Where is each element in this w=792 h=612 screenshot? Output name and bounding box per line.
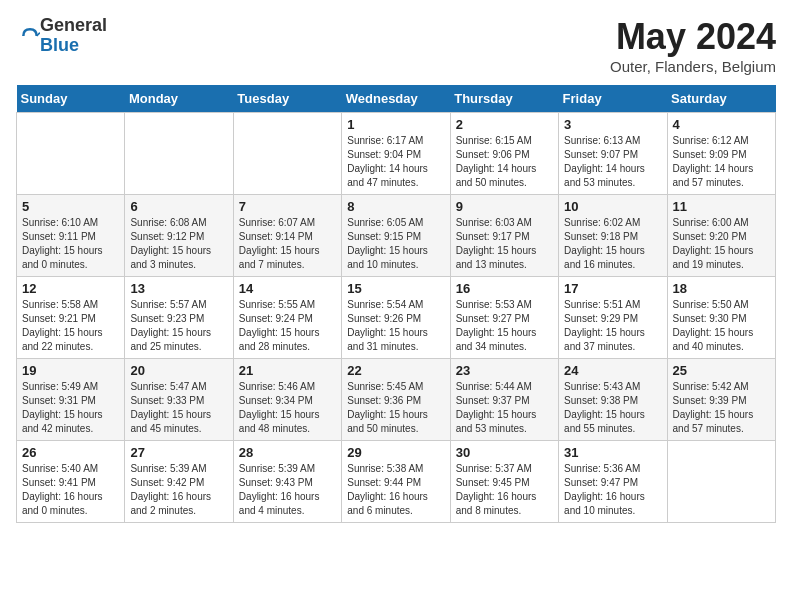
day-cell: 16Sunrise: 5:53 AM Sunset: 9:27 PM Dayli… — [450, 277, 558, 359]
day-info: Sunrise: 5:57 AM Sunset: 9:23 PM Dayligh… — [130, 298, 227, 354]
day-cell: 24Sunrise: 5:43 AM Sunset: 9:38 PM Dayli… — [559, 359, 667, 441]
header-thursday: Thursday — [450, 85, 558, 113]
day-cell: 20Sunrise: 5:47 AM Sunset: 9:33 PM Dayli… — [125, 359, 233, 441]
day-info: Sunrise: 5:45 AM Sunset: 9:36 PM Dayligh… — [347, 380, 444, 436]
day-info: Sunrise: 5:42 AM Sunset: 9:39 PM Dayligh… — [673, 380, 770, 436]
day-number: 28 — [239, 445, 336, 460]
logo-blue: Blue — [40, 36, 107, 56]
day-number: 10 — [564, 199, 661, 214]
day-number: 19 — [22, 363, 119, 378]
day-cell: 3Sunrise: 6:13 AM Sunset: 9:07 PM Daylig… — [559, 113, 667, 195]
day-cell: 6Sunrise: 6:08 AM Sunset: 9:12 PM Daylig… — [125, 195, 233, 277]
day-number: 12 — [22, 281, 119, 296]
day-cell: 25Sunrise: 5:42 AM Sunset: 9:39 PM Dayli… — [667, 359, 775, 441]
day-info: Sunrise: 5:54 AM Sunset: 9:26 PM Dayligh… — [347, 298, 444, 354]
day-number: 16 — [456, 281, 553, 296]
logo-text: General Blue — [40, 16, 107, 56]
day-info: Sunrise: 6:13 AM Sunset: 9:07 PM Dayligh… — [564, 134, 661, 190]
calendar-header-row: SundayMondayTuesdayWednesdayThursdayFrid… — [17, 85, 776, 113]
day-info: Sunrise: 5:51 AM Sunset: 9:29 PM Dayligh… — [564, 298, 661, 354]
week-row-3: 12Sunrise: 5:58 AM Sunset: 9:21 PM Dayli… — [17, 277, 776, 359]
day-number: 1 — [347, 117, 444, 132]
day-cell: 7Sunrise: 6:07 AM Sunset: 9:14 PM Daylig… — [233, 195, 341, 277]
day-cell: 19Sunrise: 5:49 AM Sunset: 9:31 PM Dayli… — [17, 359, 125, 441]
day-info: Sunrise: 6:10 AM Sunset: 9:11 PM Dayligh… — [22, 216, 119, 272]
day-cell: 31Sunrise: 5:36 AM Sunset: 9:47 PM Dayli… — [559, 441, 667, 523]
day-cell: 23Sunrise: 5:44 AM Sunset: 9:37 PM Dayli… — [450, 359, 558, 441]
day-info: Sunrise: 5:37 AM Sunset: 9:45 PM Dayligh… — [456, 462, 553, 518]
day-cell — [125, 113, 233, 195]
day-number: 14 — [239, 281, 336, 296]
day-cell: 28Sunrise: 5:39 AM Sunset: 9:43 PM Dayli… — [233, 441, 341, 523]
day-number: 31 — [564, 445, 661, 460]
day-info: Sunrise: 5:49 AM Sunset: 9:31 PM Dayligh… — [22, 380, 119, 436]
logo-icon — [20, 26, 40, 46]
day-number: 13 — [130, 281, 227, 296]
day-cell: 27Sunrise: 5:39 AM Sunset: 9:42 PM Dayli… — [125, 441, 233, 523]
day-cell: 11Sunrise: 6:00 AM Sunset: 9:20 PM Dayli… — [667, 195, 775, 277]
day-number: 5 — [22, 199, 119, 214]
day-cell: 1Sunrise: 6:17 AM Sunset: 9:04 PM Daylig… — [342, 113, 450, 195]
day-info: Sunrise: 5:50 AM Sunset: 9:30 PM Dayligh… — [673, 298, 770, 354]
day-number: 26 — [22, 445, 119, 460]
day-cell: 26Sunrise: 5:40 AM Sunset: 9:41 PM Dayli… — [17, 441, 125, 523]
day-cell: 10Sunrise: 6:02 AM Sunset: 9:18 PM Dayli… — [559, 195, 667, 277]
week-row-2: 5Sunrise: 6:10 AM Sunset: 9:11 PM Daylig… — [17, 195, 776, 277]
day-cell: 9Sunrise: 6:03 AM Sunset: 9:17 PM Daylig… — [450, 195, 558, 277]
calendar-table: SundayMondayTuesdayWednesdayThursdayFrid… — [16, 85, 776, 523]
day-info: Sunrise: 6:00 AM Sunset: 9:20 PM Dayligh… — [673, 216, 770, 272]
header-sunday: Sunday — [17, 85, 125, 113]
day-cell: 21Sunrise: 5:46 AM Sunset: 9:34 PM Dayli… — [233, 359, 341, 441]
day-number: 11 — [673, 199, 770, 214]
day-number: 27 — [130, 445, 227, 460]
day-cell: 29Sunrise: 5:38 AM Sunset: 9:44 PM Dayli… — [342, 441, 450, 523]
day-number: 17 — [564, 281, 661, 296]
day-info: Sunrise: 5:47 AM Sunset: 9:33 PM Dayligh… — [130, 380, 227, 436]
day-info: Sunrise: 6:12 AM Sunset: 9:09 PM Dayligh… — [673, 134, 770, 190]
day-number: 25 — [673, 363, 770, 378]
week-row-4: 19Sunrise: 5:49 AM Sunset: 9:31 PM Dayli… — [17, 359, 776, 441]
day-cell: 2Sunrise: 6:15 AM Sunset: 9:06 PM Daylig… — [450, 113, 558, 195]
logo-general: General — [40, 16, 107, 36]
day-info: Sunrise: 6:03 AM Sunset: 9:17 PM Dayligh… — [456, 216, 553, 272]
day-cell: 22Sunrise: 5:45 AM Sunset: 9:36 PM Dayli… — [342, 359, 450, 441]
header-monday: Monday — [125, 85, 233, 113]
day-cell: 8Sunrise: 6:05 AM Sunset: 9:15 PM Daylig… — [342, 195, 450, 277]
day-cell — [667, 441, 775, 523]
day-info: Sunrise: 6:05 AM Sunset: 9:15 PM Dayligh… — [347, 216, 444, 272]
day-number: 21 — [239, 363, 336, 378]
month-title: May 2024 — [610, 16, 776, 58]
day-number: 7 — [239, 199, 336, 214]
day-number: 3 — [564, 117, 661, 132]
day-info: Sunrise: 5:36 AM Sunset: 9:47 PM Dayligh… — [564, 462, 661, 518]
day-info: Sunrise: 5:39 AM Sunset: 9:43 PM Dayligh… — [239, 462, 336, 518]
day-cell: 4Sunrise: 6:12 AM Sunset: 9:09 PM Daylig… — [667, 113, 775, 195]
header-tuesday: Tuesday — [233, 85, 341, 113]
day-cell: 18Sunrise: 5:50 AM Sunset: 9:30 PM Dayli… — [667, 277, 775, 359]
day-number: 4 — [673, 117, 770, 132]
day-info: Sunrise: 5:40 AM Sunset: 9:41 PM Dayligh… — [22, 462, 119, 518]
day-info: Sunrise: 5:58 AM Sunset: 9:21 PM Dayligh… — [22, 298, 119, 354]
day-info: Sunrise: 5:38 AM Sunset: 9:44 PM Dayligh… — [347, 462, 444, 518]
day-number: 20 — [130, 363, 227, 378]
week-row-1: 1Sunrise: 6:17 AM Sunset: 9:04 PM Daylig… — [17, 113, 776, 195]
day-number: 8 — [347, 199, 444, 214]
day-info: Sunrise: 6:02 AM Sunset: 9:18 PM Dayligh… — [564, 216, 661, 272]
day-cell: 12Sunrise: 5:58 AM Sunset: 9:21 PM Dayli… — [17, 277, 125, 359]
day-number: 29 — [347, 445, 444, 460]
day-info: Sunrise: 5:46 AM Sunset: 9:34 PM Dayligh… — [239, 380, 336, 436]
day-info: Sunrise: 6:15 AM Sunset: 9:06 PM Dayligh… — [456, 134, 553, 190]
day-number: 18 — [673, 281, 770, 296]
day-cell: 15Sunrise: 5:54 AM Sunset: 9:26 PM Dayli… — [342, 277, 450, 359]
day-info: Sunrise: 6:08 AM Sunset: 9:12 PM Dayligh… — [130, 216, 227, 272]
day-number: 2 — [456, 117, 553, 132]
week-row-5: 26Sunrise: 5:40 AM Sunset: 9:41 PM Dayli… — [17, 441, 776, 523]
day-info: Sunrise: 6:07 AM Sunset: 9:14 PM Dayligh… — [239, 216, 336, 272]
day-info: Sunrise: 5:55 AM Sunset: 9:24 PM Dayligh… — [239, 298, 336, 354]
day-number: 9 — [456, 199, 553, 214]
day-info: Sunrise: 5:53 AM Sunset: 9:27 PM Dayligh… — [456, 298, 553, 354]
day-cell — [17, 113, 125, 195]
day-cell — [233, 113, 341, 195]
day-cell: 5Sunrise: 6:10 AM Sunset: 9:11 PM Daylig… — [17, 195, 125, 277]
day-info: Sunrise: 5:43 AM Sunset: 9:38 PM Dayligh… — [564, 380, 661, 436]
